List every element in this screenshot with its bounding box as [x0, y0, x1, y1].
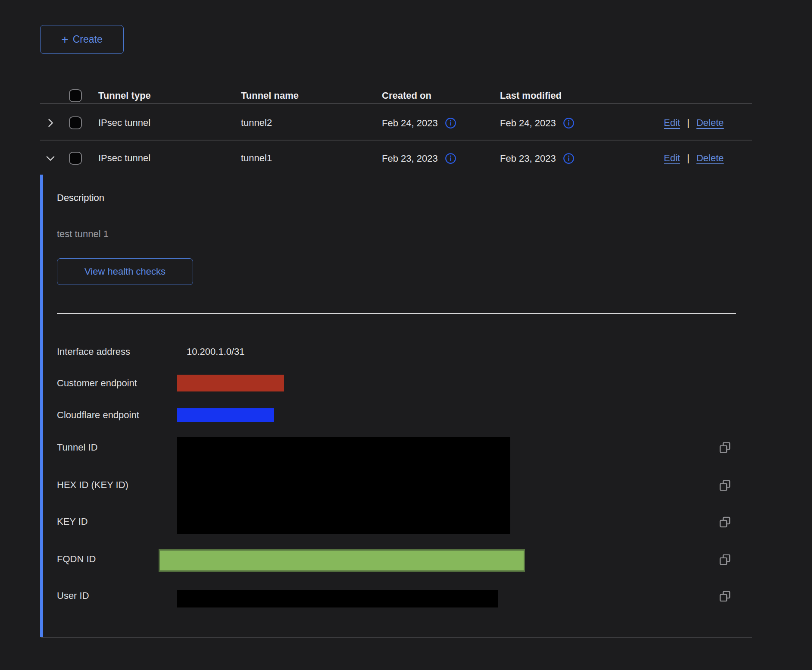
plus-icon: +: [61, 34, 68, 46]
tunnel-name-cell: tunnel2: [241, 117, 272, 128]
delete-link[interactable]: Delete: [696, 153, 724, 164]
key-id-label: KEY ID: [57, 516, 88, 527]
copy-key-id-icon[interactable]: [719, 516, 731, 528]
column-header-tunnel-name: Tunnel name: [241, 90, 299, 101]
ids-redacted-value: [177, 437, 510, 534]
tunnel-type-cell: IPsec tunnel: [98, 117, 150, 128]
copy-hex-id-icon[interactable]: [719, 479, 731, 492]
select-all-checkbox[interactable]: [69, 89, 82, 102]
hex-id-label: HEX ID (KEY ID): [57, 479, 128, 491]
view-health-checks-button[interactable]: View health checks: [57, 258, 193, 285]
panel-divider: [57, 313, 736, 314]
info-icon[interactable]: [445, 117, 456, 129]
fqdn-id-redacted-value: [159, 549, 525, 572]
customer-endpoint-redacted-value: [177, 375, 284, 391]
edit-link[interactable]: Edit: [664, 117, 680, 128]
actions-separator: |: [687, 117, 690, 128]
delete-link[interactable]: Delete: [696, 117, 724, 128]
edit-link[interactable]: Edit: [664, 153, 680, 164]
info-icon[interactable]: [563, 117, 575, 129]
fqdn-id-label: FQDN ID: [57, 554, 96, 565]
column-header-tunnel-type: Tunnel type: [98, 90, 151, 101]
info-icon[interactable]: [563, 153, 575, 164]
info-icon[interactable]: [445, 153, 456, 164]
column-header-created-on: Created on: [382, 90, 431, 101]
tunnel-id-label: Tunnel ID: [57, 442, 98, 453]
copy-tunnel-id-icon[interactable]: [719, 441, 731, 454]
cloudflare-endpoint-label: Cloudflare endpoint: [57, 410, 139, 421]
expand-chevron-right-icon[interactable]: [44, 117, 56, 129]
copy-fqdn-id-icon[interactable]: [719, 554, 731, 566]
interface-address-value: 10.200.1.0/31: [187, 346, 245, 357]
last-modified-cell: Feb 24, 2023: [500, 118, 556, 129]
created-on-cell: Feb 24, 2023: [382, 118, 438, 129]
user-id-label: User ID: [57, 590, 89, 601]
panel-accent-border: [40, 175, 43, 637]
description-value: test tunnel 1: [57, 229, 109, 240]
actions-separator: |: [687, 153, 690, 164]
last-modified-cell: Feb 23, 2023: [500, 153, 556, 164]
created-on-cell: Feb 23, 2023: [382, 153, 438, 164]
column-header-last-modified: Last modified: [500, 90, 562, 101]
create-button[interactable]: + Create: [40, 25, 124, 54]
user-id-redacted-value: [177, 590, 498, 607]
tunnels-page: + Create Tunnel type Tunnel name Created…: [0, 0, 812, 670]
tunnel-type-cell: IPsec tunnel: [98, 153, 150, 164]
row-divider: [40, 140, 752, 141]
view-health-checks-label: View health checks: [84, 266, 166, 277]
row-checkbox[interactable]: [69, 116, 82, 129]
row-checkbox[interactable]: [69, 152, 82, 165]
description-label: Description: [57, 192, 104, 204]
create-button-label: Create: [73, 34, 103, 45]
tunnel-name-cell: tunnel1: [241, 153, 272, 164]
interface-address-label: Interface address: [57, 346, 130, 357]
copy-user-id-icon[interactable]: [719, 590, 731, 602]
cloudflare-endpoint-redacted-value: [177, 408, 274, 422]
panel-bottom-divider: [41, 637, 752, 638]
header-divider: [40, 103, 752, 104]
collapse-chevron-down-icon[interactable]: [44, 152, 56, 164]
customer-endpoint-label: Customer endpoint: [57, 378, 137, 389]
